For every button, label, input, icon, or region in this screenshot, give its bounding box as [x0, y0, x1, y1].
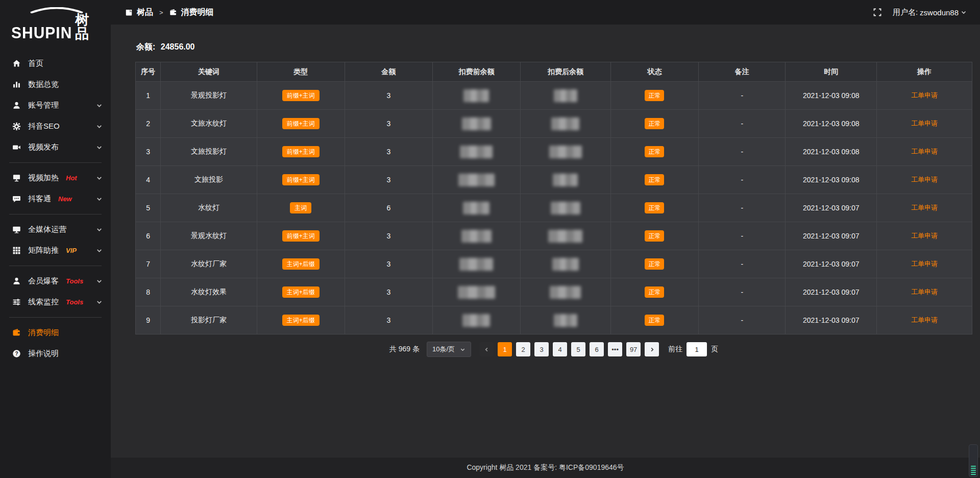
cell-post-balance [520, 250, 610, 278]
page-button-1[interactable]: 1 [498, 342, 512, 356]
column-header-扣费后余额: 扣费后余额 [520, 62, 610, 82]
goto-page-input[interactable] [687, 342, 707, 356]
work-order-link[interactable]: 工单申请 [911, 260, 938, 268]
cell-index: 9 [136, 306, 161, 334]
cell-amount: 3 [345, 222, 432, 250]
cell-amount: 3 [345, 306, 432, 334]
chevron-down-icon [96, 299, 103, 305]
chevron-down-icon [96, 226, 103, 233]
sidebar-item-抖音SEO[interactable]: 抖音SEO [0, 116, 111, 137]
cell-type: 主词+后缀 [257, 250, 345, 278]
work-order-link[interactable]: 工单申请 [911, 316, 938, 324]
floating-widget[interactable] [969, 444, 978, 477]
sidebar-item-label: 账号管理 [28, 101, 59, 110]
sidebar-item-视频发布[interactable]: 视频发布 [0, 137, 111, 158]
breadcrumb: 树品>消费明细 [125, 7, 214, 18]
cell-type: 前缀+主词 [257, 110, 345, 138]
cell-index: 2 [136, 110, 161, 138]
sidebar-item-操作说明[interactable]: ?操作说明 [0, 343, 111, 364]
chevron-down-icon [96, 123, 103, 130]
column-header-类型: 类型 [257, 62, 345, 82]
cell-pre-balance [432, 250, 520, 278]
pagination: 共 969 条 10条/页 123456•••97 前往 页 [135, 342, 972, 357]
work-order-link[interactable]: 工单申请 [911, 204, 938, 211]
svg-text:?: ? [15, 351, 18, 356]
sidebar-item-矩阵助推[interactable]: 矩阵助推VIP [0, 240, 111, 261]
cell-type: 主词 [257, 194, 345, 222]
next-page-button[interactable] [645, 342, 659, 356]
sidebar-item-首页[interactable]: 首页 [0, 53, 111, 74]
cell-action: 工单申请 [877, 278, 972, 306]
topbar: 树品>消费明细 用户名: zswodun88 [111, 0, 980, 25]
cell-post-balance [520, 194, 610, 222]
work-order-link[interactable]: 工单申请 [911, 148, 938, 155]
cell-status: 正常 [610, 82, 698, 110]
work-order-link[interactable]: 工单申请 [911, 232, 938, 240]
sidebar-item-label: 消费明细 [28, 328, 59, 338]
work-order-link[interactable]: 工单申请 [911, 176, 938, 183]
sidebar-item-label: 会员爆客 [28, 276, 59, 286]
page-size-select[interactable]: 10条/页 [427, 342, 471, 357]
work-order-link[interactable]: 工单申请 [911, 91, 938, 99]
sidebar-item-线索监控[interactable]: 线索监控Tools [0, 292, 111, 313]
menu-divider [9, 317, 102, 318]
masked-value [458, 286, 495, 299]
cell-time: 2021-12-03 09:08 [786, 82, 877, 110]
chevron-down-icon [460, 347, 465, 352]
sidebar-item-全媒体运营[interactable]: 全媒体运营 [0, 219, 111, 240]
type-badge: 前缀+主词 [282, 118, 320, 129]
table-body: 1景观投影灯前缀+主词3正常-2021-12-03 09:08工单申请2文旅水纹… [136, 82, 972, 334]
cell-time: 2021-12-03 09:07 [786, 222, 877, 250]
prev-page-button[interactable] [479, 342, 494, 356]
cell-amount: 3 [345, 166, 432, 194]
page-button-3[interactable]: 3 [534, 342, 549, 356]
page-size-value: 10条/页 [432, 345, 455, 354]
cell-type: 主词+后缀 [257, 306, 345, 334]
cell-type: 前缀+主词 [257, 138, 345, 166]
sidebar-item-label: 矩阵助推 [28, 246, 59, 255]
page-button-5[interactable]: 5 [571, 342, 585, 356]
type-badge: 主词+后缀 [282, 286, 320, 298]
masked-value [462, 314, 490, 327]
masked-value [553, 174, 578, 186]
status-badge: 正常 [645, 315, 664, 326]
chevron-down-icon [96, 278, 103, 284]
work-order-link[interactable]: 工单申请 [911, 119, 938, 127]
chat-icon [12, 195, 21, 203]
sidebar-item-数据总览[interactable]: 数据总览 [0, 74, 111, 95]
sidebar-item-消费明细[interactable]: 消费明细 [0, 322, 111, 343]
cell-status: 正常 [610, 222, 698, 250]
ellipsis-button[interactable]: ••• [608, 342, 622, 356]
chevron-down-icon [96, 102, 103, 109]
menu-divider [9, 214, 102, 214]
cell-post-balance [520, 138, 610, 166]
footer: Copyright 树品 2021 备案号: 粤ICP备09019646号 [111, 458, 980, 478]
sidebar-item-视频加热[interactable]: 视频加热Hot [0, 168, 111, 188]
breadcrumb-label: 树品 [137, 7, 153, 18]
table-row: 2文旅水纹灯前缀+主词3正常-2021-12-03 09:08工单申请 [136, 110, 972, 138]
page-button-4[interactable]: 4 [553, 342, 567, 356]
breadcrumb-item-树品[interactable]: 树品 [125, 7, 153, 18]
breadcrumb-item-消费明细[interactable]: 消费明细 [169, 7, 214, 18]
cell-time: 2021-12-03 09:07 [786, 194, 877, 222]
balance-value: 24856.00 [161, 42, 195, 51]
page-button-2[interactable]: 2 [516, 342, 530, 356]
sidebar-item-账号管理[interactable]: 账号管理 [0, 95, 111, 116]
cell-time: 2021-12-03 09:08 [786, 166, 877, 194]
masked-value [551, 117, 579, 130]
sidebar-item-抖客通[interactable]: 抖客通New [0, 188, 111, 209]
work-order-link[interactable]: 工单申请 [911, 288, 938, 296]
brand-name-en: SHUPIN [11, 25, 72, 41]
page-button-6[interactable]: 6 [590, 342, 604, 356]
cell-amount: 3 [345, 138, 432, 166]
masked-value [463, 89, 489, 102]
column-header-状态: 状态 [610, 62, 698, 82]
status-badge: 正常 [645, 174, 664, 185]
fullscreen-icon[interactable] [873, 8, 881, 16]
cell-keyword: 投影灯厂家 [161, 306, 257, 334]
cell-status: 正常 [610, 138, 698, 166]
status-badge: 正常 [645, 118, 664, 129]
sidebar-item-会员爆客[interactable]: 会员爆客Tools [0, 271, 111, 292]
page-button-97[interactable]: 97 [626, 342, 641, 356]
user-menu[interactable]: 用户名: zswodun88 [893, 8, 967, 17]
